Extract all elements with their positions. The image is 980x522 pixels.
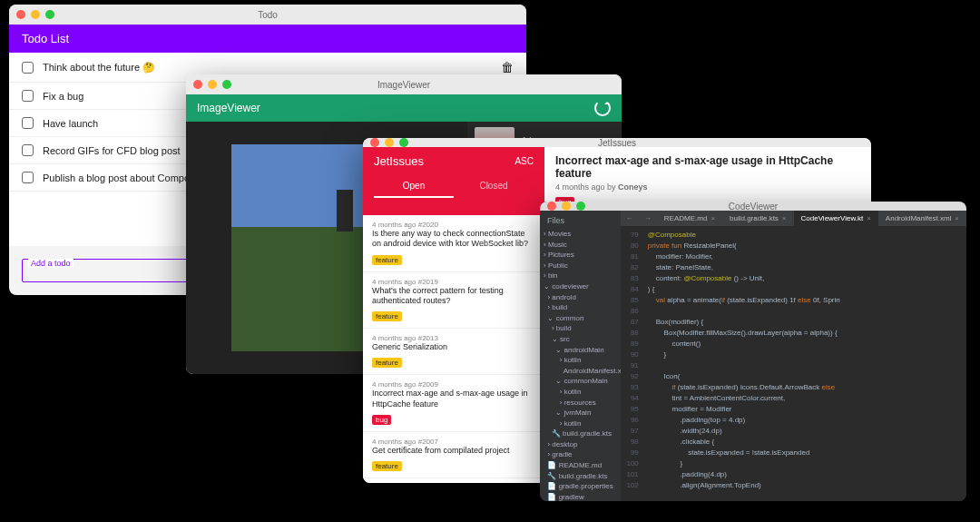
issue-title: What's the correct pattern for testing a…: [372, 286, 534, 307]
issue-meta: 4 months ago #2019: [372, 278, 534, 286]
tree-row[interactable]: › kotlin: [544, 355, 617, 366]
window-title: CodeViewer: [540, 202, 966, 212]
traffic-lights[interactable]: [547, 202, 585, 211]
minimize-icon[interactable]: [208, 80, 217, 89]
tree-row[interactable]: AndroidManifest.xml: [544, 366, 617, 377]
codeviewer-titlebar[interactable]: CodeViewer: [540, 202, 966, 211]
tree-row[interactable]: › Pictures: [544, 250, 617, 261]
jetissues-titlebar[interactable]: JetIssues: [363, 138, 871, 147]
tab-label: build.gradle.kts: [730, 214, 779, 222]
close-icon[interactable]: [193, 80, 202, 89]
tree-row[interactable]: ⌄ androidMain: [544, 345, 617, 356]
imageviewer-titlebar[interactable]: ImageViewer: [186, 74, 622, 94]
issue-item[interactable]: 4 months ago #2019What's the correct pat…: [363, 272, 544, 330]
imageviewer-header: ImageViewer: [186, 94, 622, 122]
tree-row[interactable]: 🔧 build.gradle.kts: [544, 428, 617, 439]
checkbox-icon[interactable]: [22, 117, 34, 129]
code-content: @Composable private fun ResizablePanel( …: [644, 226, 966, 501]
zoom-icon[interactable]: [45, 10, 54, 19]
tree-row[interactable]: › Music: [544, 240, 617, 251]
todo-titlebar[interactable]: Todo: [9, 5, 526, 25]
close-icon[interactable]: [547, 202, 556, 211]
tree-row[interactable]: › kotlin: [544, 419, 617, 429]
tree-row[interactable]: › resources: [544, 398, 617, 409]
tab-close-icon[interactable]: ×: [867, 214, 871, 222]
tab-open[interactable]: Open: [374, 175, 454, 198]
tree-row[interactable]: › kotlin: [544, 387, 617, 398]
nav-back-icon[interactable]: ←: [621, 212, 639, 225]
refresh-icon[interactable]: [594, 100, 611, 116]
issue-item[interactable]: 4 months ago #2006Ktor slow startup dura…: [363, 478, 544, 483]
minimize-icon[interactable]: [31, 10, 40, 19]
checkbox-icon[interactable]: [22, 144, 34, 156]
tree-row[interactable]: › desktop: [544, 439, 617, 450]
editor-tab[interactable]: build.gradle.kts×: [722, 211, 793, 226]
nav-fwd-icon[interactable]: →: [639, 212, 657, 225]
minimize-icon[interactable]: [562, 202, 571, 211]
tree-row[interactable]: › Public: [544, 261, 617, 271]
tree-row[interactable]: ⌄ common: [544, 313, 617, 324]
tree-row[interactable]: ⌄ src: [544, 334, 617, 345]
trash-icon[interactable]: 🗑: [501, 60, 514, 74]
tree-row[interactable]: 📄 README.md: [544, 460, 617, 471]
issue-item[interactable]: 4 months ago #2007Get certificate from c…: [363, 432, 544, 478]
issue-meta: 4 months ago #2007: [372, 438, 534, 446]
code-editor[interactable]: 79 80 81 82 83 84 85 86 87 88 89 90 91 9…: [621, 226, 966, 501]
minimize-icon[interactable]: [385, 138, 394, 147]
sort-button[interactable]: ASC: [514, 156, 534, 166]
traffic-lights[interactable]: [193, 80, 231, 89]
tree-row[interactable]: 🔧 build.gradle.kts: [544, 471, 617, 482]
codeviewer-window: CodeViewer Files › Movies› Music› Pictur…: [540, 202, 966, 501]
add-todo-label: Add a todo: [28, 259, 74, 268]
issue-list[interactable]: 4 months ago #2020Is there any way to ch…: [363, 215, 544, 483]
feature-badge: feature: [372, 255, 402, 265]
issue-item[interactable]: 4 months ago #2020Is there any way to ch…: [363, 215, 544, 272]
file-tree-title: Files: [544, 216, 617, 225]
issue-detail-by: by: [607, 182, 616, 192]
feature-badge: feature: [372, 461, 402, 471]
tree-row[interactable]: ⌄ codeviewer: [544, 281, 617, 292]
issue-item[interactable]: 4 months ago #2009Incorrect max-age and …: [363, 375, 544, 432]
tree-row[interactable]: › bin: [544, 271, 617, 281]
tree-row[interactable]: › build: [544, 323, 617, 334]
checkbox-icon[interactable]: [22, 172, 34, 183]
zoom-icon[interactable]: [576, 202, 585, 211]
tab-closed[interactable]: Closed: [454, 175, 534, 198]
zoom-icon[interactable]: [222, 80, 231, 89]
tab-label: AndroidManifest.xml: [886, 214, 951, 222]
issue-item[interactable]: 4 months ago #2013Generic Serializationf…: [363, 329, 544, 375]
todo-label: Have launch: [43, 118, 98, 129]
checkbox-icon[interactable]: [22, 90, 34, 102]
tree-row[interactable]: 📄 gradlew: [544, 492, 617, 501]
tab-label: CodeViewerView.kt: [801, 214, 864, 222]
tree-row[interactable]: › Movies: [544, 229, 617, 240]
todo-label: Fix a bug: [43, 91, 83, 102]
tree-row[interactable]: ⌄ jvmMain: [544, 408, 617, 419]
jetissues-title: JetIssues: [374, 154, 424, 168]
tree-row[interactable]: 📄 gradle.properties: [544, 481, 617, 492]
zoom-icon[interactable]: [399, 138, 408, 147]
checkbox-icon[interactable]: [22, 62, 34, 74]
editor-tabs: ← → README.md×build.gradle.kts×CodeViewe…: [621, 211, 966, 226]
tree-row[interactable]: › gradle: [544, 449, 617, 460]
line-gutter: 79 80 81 82 83 84 85 86 87 88 89 90 91 9…: [621, 226, 644, 501]
close-icon[interactable]: [370, 138, 379, 147]
issue-title: Generic Serialization: [372, 342, 534, 352]
feature-badge: feature: [372, 358, 402, 368]
todo-label: Record GIFs for CFD blog post: [43, 145, 181, 156]
tree-row[interactable]: › build: [544, 302, 617, 313]
close-icon[interactable]: [16, 10, 25, 19]
tab-close-icon[interactable]: ×: [710, 214, 715, 222]
editor-tab[interactable]: README.md×: [657, 211, 722, 226]
window-title: ImageViewer: [186, 80, 622, 90]
editor-tab[interactable]: AndroidManifest.xml×: [878, 211, 966, 226]
tree-row[interactable]: › android: [544, 292, 617, 303]
editor-tab[interactable]: CodeViewerView.kt×: [794, 211, 878, 226]
tab-close-icon[interactable]: ×: [782, 214, 787, 222]
file-tree[interactable]: Files › Movies› Music› Pictures› Public›…: [540, 211, 621, 501]
tree-row[interactable]: ⌄ commonMain: [544, 376, 617, 387]
traffic-lights[interactable]: [16, 10, 54, 19]
tab-close-icon[interactable]: ×: [955, 214, 959, 222]
todo-label: Think about the future 🤔: [43, 62, 155, 74]
traffic-lights[interactable]: [370, 138, 408, 147]
